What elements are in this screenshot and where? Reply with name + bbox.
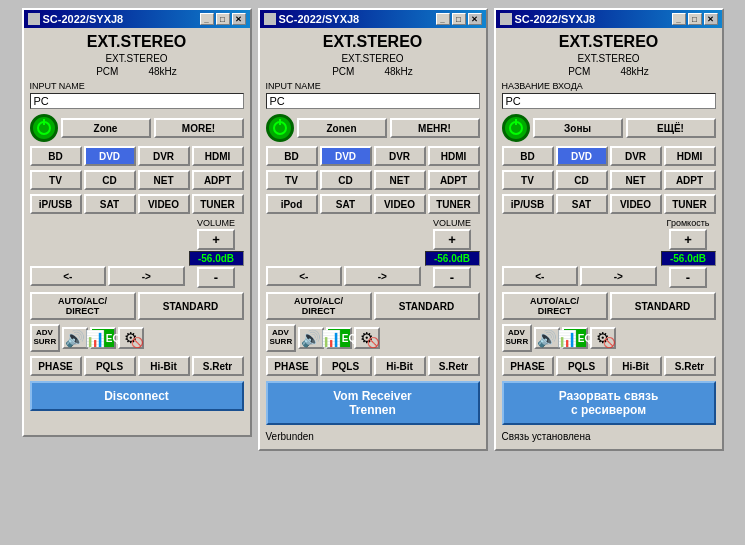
hibit-button[interactable]: Hi-Bit [610,356,662,376]
source-btn-cd[interactable]: CD [84,170,136,190]
source-btn-hdmi[interactable]: HDMI [428,146,480,166]
power-button[interactable] [30,114,58,142]
arrow-left-button[interactable]: <- [30,266,107,286]
source-btn-net[interactable]: NET [610,170,662,190]
source-btn-tuner[interactable]: TUNER [664,194,716,214]
minimize-button[interactable]: _ [436,13,450,25]
disconnect-button[interactable]: Disconnect [30,381,244,411]
standard-button[interactable]: STANDARD [138,292,244,320]
sretr-button[interactable]: S.Retr [664,356,716,376]
adv-surr-button[interactable]: ADV SURR [502,324,532,352]
source-btn-tv[interactable]: TV [502,170,554,190]
source-btn-sat[interactable]: SAT [320,194,372,214]
phase-button[interactable]: PHASE [30,356,82,376]
vol-down-button[interactable]: - [669,267,707,288]
source-btn-ipod[interactable]: iPod [266,194,318,214]
close-button[interactable]: ✕ [232,13,246,25]
arrow-right-button[interactable]: -> [580,266,657,286]
adv-surr-button[interactable]: ADV SURR [266,324,296,352]
source-btn-tuner[interactable]: TUNER [192,194,244,214]
arrow-left-button[interactable]: <- [502,266,579,286]
source-btn-dvd[interactable]: DVD [84,146,136,166]
disconnect-button[interactable]: Разорвать связь с ресивером [502,381,716,425]
source-btn-dvr[interactable]: DVR [610,146,662,166]
eq-icon-button[interactable]: 📊 EQ [90,327,116,349]
vol-up-button[interactable]: + [433,229,471,250]
more-button[interactable]: ЕЩЁ! [626,118,716,138]
auto-alc-button[interactable]: AUTO/ALC/ DIRECT [30,292,136,320]
arrow-right-button[interactable]: -> [108,266,185,286]
adv-surr-button[interactable]: ADV SURR [30,324,60,352]
source-btn-adpt[interactable]: ADPT [192,170,244,190]
source-btn-bd[interactable]: BD [266,146,318,166]
standard-button[interactable]: STANDARD [610,292,716,320]
zone-button[interactable]: Зоны [533,118,623,138]
source-btn-bd[interactable]: BD [30,146,82,166]
minimize-button[interactable]: _ [672,13,686,25]
source-btn-bd[interactable]: BD [502,146,554,166]
settings-icon-button[interactable]: ⚙🚫 [354,327,380,349]
pqls-button[interactable]: PQLS [320,356,372,376]
source-btn-net[interactable]: NET [374,170,426,190]
source-btn-adpt[interactable]: ADPT [664,170,716,190]
vol-up-button[interactable]: + [197,229,235,250]
disconnect-button[interactable]: Vom Receiver Trennen [266,381,480,425]
source-btn-sat[interactable]: SAT [556,194,608,214]
source-btn-hdmi[interactable]: HDMI [664,146,716,166]
auto-alc-button[interactable]: AUTO/ALC/ DIRECT [502,292,608,320]
source-btn-sat[interactable]: SAT [84,194,136,214]
source-btn-tv[interactable]: TV [30,170,82,190]
surround-icon-button[interactable]: 🔊 [534,327,560,349]
source-btn-cd[interactable]: CD [320,170,372,190]
pqls-button[interactable]: PQLS [84,356,136,376]
power-button[interactable] [266,114,294,142]
maximize-button[interactable]: □ [688,13,702,25]
source-btn-video[interactable]: VIDEO [610,194,662,214]
power-button[interactable] [502,114,530,142]
zone-button[interactable]: Zone [61,118,151,138]
maximize-button[interactable]: □ [452,13,466,25]
more-button[interactable]: MEHR! [390,118,480,138]
source-btn-hdmi[interactable]: HDMI [192,146,244,166]
minimize-button[interactable]: _ [200,13,214,25]
hibit-button[interactable]: Hi-Bit [374,356,426,376]
source-btn-tuner[interactable]: TUNER [428,194,480,214]
auto-alc-button[interactable]: AUTO/ALC/ DIRECT [266,292,372,320]
source-btn-dvr[interactable]: DVR [138,146,190,166]
source-btn-dvd[interactable]: DVD [556,146,608,166]
source-btn-ip-usb[interactable]: iP/USB [30,194,82,214]
vol-down-button[interactable]: - [433,267,471,288]
surround-icon-button[interactable]: 🔊 [62,327,88,349]
source-btn-cd[interactable]: CD [556,170,608,190]
sretr-button[interactable]: S.Retr [192,356,244,376]
source-btn-dvd[interactable]: DVD [320,146,372,166]
freq-label: 48kHz [148,66,176,77]
settings-icon-button[interactable]: ⚙🚫 [590,327,616,349]
zone-button[interactable]: Zonen [297,118,387,138]
vol-down-button[interactable]: - [197,267,235,288]
source-btn-dvr[interactable]: DVR [374,146,426,166]
sretr-button[interactable]: S.Retr [428,356,480,376]
close-button[interactable]: ✕ [704,13,718,25]
settings-icon-button[interactable]: ⚙🚫 [118,327,144,349]
close-button[interactable]: ✕ [468,13,482,25]
eq-icon-button[interactable]: 📊 EQ [562,327,588,349]
source-btn-tv[interactable]: TV [266,170,318,190]
vol-up-button[interactable]: + [669,229,707,250]
hibit-button[interactable]: Hi-Bit [138,356,190,376]
surround-icon-button[interactable]: 🔊 [298,327,324,349]
pqls-button[interactable]: PQLS [556,356,608,376]
arrow-left-button[interactable]: <- [266,266,343,286]
phase-button[interactable]: PHASE [502,356,554,376]
source-btn-net[interactable]: NET [138,170,190,190]
phase-button[interactable]: PHASE [266,356,318,376]
source-btn-adpt[interactable]: ADPT [428,170,480,190]
source-btn-video[interactable]: VIDEO [138,194,190,214]
source-btn-video[interactable]: VIDEO [374,194,426,214]
source-btn-ip-usb[interactable]: iP/USB [502,194,554,214]
standard-button[interactable]: STANDARD [374,292,480,320]
maximize-button[interactable]: □ [216,13,230,25]
more-button[interactable]: MORE! [154,118,244,138]
eq-icon-button[interactable]: 📊 EQ [326,327,352,349]
arrow-right-button[interactable]: -> [344,266,421,286]
